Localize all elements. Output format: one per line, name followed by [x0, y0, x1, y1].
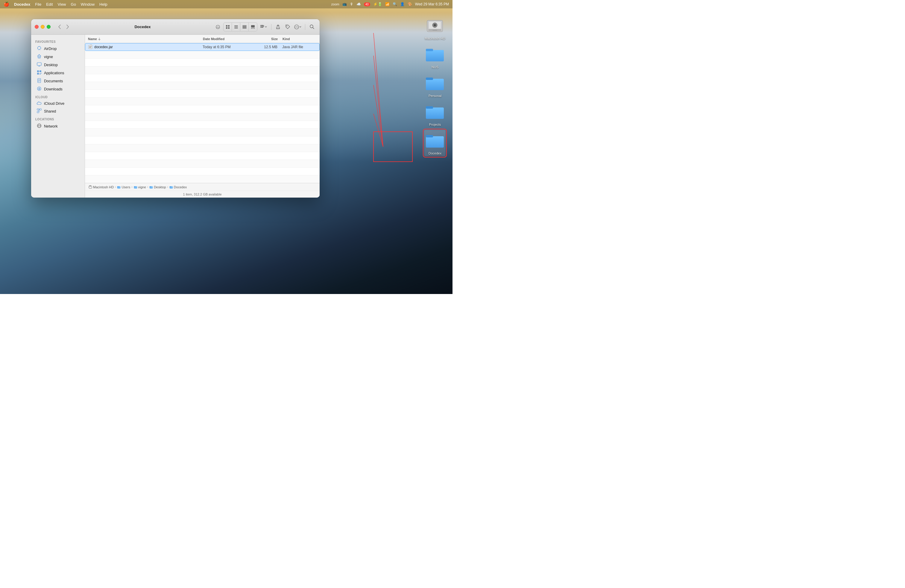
- empty-row: [85, 137, 320, 144]
- svg-rect-17: [426, 78, 433, 80]
- col-header-date[interactable]: Date Modified: [203, 37, 251, 41]
- menu-window[interactable]: Window: [81, 2, 95, 6]
- status-text: 1 item, 312.2 GB available: [183, 192, 221, 196]
- locations-label: Locations: [31, 115, 85, 122]
- app-name[interactable]: Docedex: [14, 2, 30, 6]
- finder-statusbar: Macintosh HD › Users › vigne: [85, 183, 320, 198]
- gallery-view-btn[interactable]: [249, 23, 257, 31]
- jar-file-icon: [88, 44, 92, 50]
- svg-line-0: [373, 114, 383, 147]
- icon-view-btn[interactable]: [224, 23, 232, 31]
- svg-rect-68: [117, 186, 119, 188]
- sidebar-item-network[interactable]: Network: [32, 122, 84, 130]
- airdrop-toolbar-btn[interactable]: [214, 23, 222, 31]
- wifi-icon[interactable]: 📶: [385, 2, 390, 6]
- share-btn[interactable]: [274, 23, 282, 31]
- menu-edit[interactable]: Edit: [46, 2, 53, 6]
- breadcrumb-macintosh-hd[interactable]: Macintosh HD: [89, 185, 114, 189]
- column-view-btn[interactable]: [240, 23, 249, 31]
- empty-row: [85, 51, 320, 59]
- desktop-icon-sidebar: [37, 62, 42, 68]
- file-row-docedex-jar[interactable]: docedex.jar Today at 6:35 PM 12.5 MB Jav…: [85, 43, 320, 51]
- svg-rect-25: [226, 25, 227, 27]
- view-buttons: [223, 22, 257, 32]
- desktop-icon-nus[interactable]: NUS: [424, 44, 446, 70]
- more-btn[interactable]: [293, 23, 303, 31]
- fullscreen-button[interactable]: [47, 25, 51, 29]
- sidebar-item-applications[interactable]: Applications: [32, 69, 84, 77]
- sidebar-item-shared[interactable]: Shared: [32, 107, 84, 115]
- svg-rect-19: [426, 108, 444, 119]
- empty-row: [85, 105, 320, 113]
- svg-rect-31: [234, 28, 238, 29]
- breadcrumb-sep: ›: [132, 185, 132, 189]
- svg-rect-35: [251, 25, 255, 27]
- forward-button[interactable]: [64, 23, 71, 31]
- tag-btn[interactable]: [283, 23, 292, 31]
- col-header-name[interactable]: Name: [88, 37, 203, 41]
- group-btn[interactable]: [259, 23, 269, 31]
- back-button[interactable]: [56, 23, 63, 31]
- breadcrumb-vigne[interactable]: vigne: [134, 185, 146, 189]
- sidebar-item-desktop[interactable]: Desktop: [32, 61, 84, 69]
- sidebar-label-network: Network: [44, 124, 58, 129]
- search-btn[interactable]: [308, 23, 316, 31]
- minimize-button[interactable]: [41, 25, 44, 29]
- svg-point-46: [296, 27, 297, 27]
- notification-badge[interactable]: 40: [364, 2, 370, 6]
- col-header-size[interactable]: Size: [251, 37, 278, 41]
- sidebar-item-documents[interactable]: Documents: [32, 77, 84, 85]
- sidebar-item-icloud-drive[interactable]: iCloud Drive: [32, 100, 84, 107]
- svg-rect-23: [426, 135, 433, 137]
- empty-row: [85, 168, 320, 175]
- sidebar-item-vigne[interactable]: vigne: [32, 53, 84, 61]
- mic-icon[interactable]: 🎙: [350, 2, 353, 6]
- finder-window: Docedex: [31, 19, 320, 198]
- search-icon[interactable]: 🔍: [393, 2, 397, 6]
- finder-toolbar: Docedex: [31, 19, 320, 35]
- shared-icon: [37, 108, 42, 114]
- breadcrumb-desktop[interactable]: Desktop: [149, 185, 166, 189]
- menu-help[interactable]: Help: [99, 2, 108, 6]
- downloads-icon: [37, 86, 42, 92]
- svg-rect-16: [426, 79, 444, 90]
- svg-rect-70: [134, 186, 135, 188]
- desktop-icon-docedex[interactable]: Docedex: [424, 130, 446, 156]
- empty-row: [85, 98, 320, 105]
- desktop-icon-personal[interactable]: Personal: [424, 72, 446, 99]
- close-button[interactable]: [35, 25, 39, 29]
- svg-rect-74: [169, 186, 171, 188]
- breadcrumb-bar: Macintosh HD › Users › vigne: [85, 183, 320, 191]
- menubar: 🍎 Docedex File Edit View Go Window Help …: [0, 0, 452, 8]
- menu-file[interactable]: File: [35, 2, 41, 6]
- breadcrumb-users[interactable]: Users: [117, 185, 130, 189]
- menu-view[interactable]: View: [58, 2, 66, 6]
- nav-arrows: [56, 23, 71, 31]
- empty-row: [85, 160, 320, 168]
- col-header-kind[interactable]: Kind: [278, 37, 317, 41]
- toolbar-divider-2: [305, 24, 305, 30]
- icloud-label: iCloud: [31, 93, 85, 100]
- datetime: Wed 29 Mar 6:35 PM: [415, 2, 449, 6]
- apple-menu[interactable]: 🍎: [3, 2, 9, 7]
- breadcrumb-docedex[interactable]: Docedex: [169, 185, 187, 189]
- sidebar-label-icloud-drive: iCloud Drive: [44, 102, 64, 106]
- menu-go[interactable]: Go: [71, 2, 76, 6]
- user-icon[interactable]: 🎨: [408, 2, 412, 6]
- svg-point-45: [295, 27, 296, 27]
- control-center-icon[interactable]: 👤: [400, 2, 405, 6]
- svg-rect-52: [37, 70, 39, 72]
- desktop-icon-macintosh-hd[interactable]: Macintosh HD: [424, 15, 446, 41]
- svg-rect-72: [150, 186, 151, 188]
- svg-rect-62: [89, 45, 92, 49]
- sidebar-item-downloads[interactable]: Downloads: [32, 85, 84, 93]
- icon-label-docedex: Docedex: [429, 151, 441, 155]
- desktop-icon-projects[interactable]: Projects: [424, 101, 446, 127]
- svg-rect-41: [261, 27, 262, 28]
- sidebar-item-airdrop[interactable]: AirDrop: [32, 44, 84, 53]
- empty-row: [85, 175, 320, 183]
- list-view-btn[interactable]: [232, 23, 240, 31]
- empty-row: [85, 129, 320, 137]
- airdrop-icon: [37, 46, 42, 51]
- empty-row: [85, 59, 320, 67]
